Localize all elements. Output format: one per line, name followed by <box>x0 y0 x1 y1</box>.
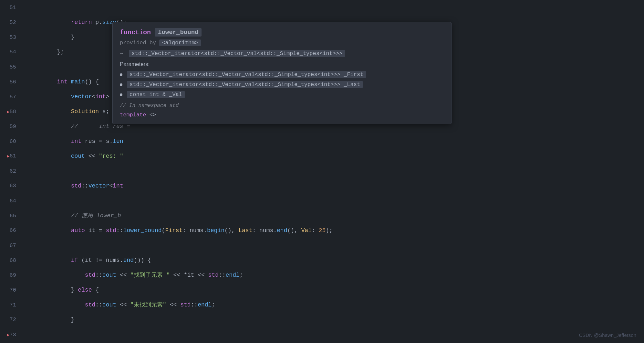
tooltip-param-2: std::_Vector_iterator<std::_Vector_val<s… <box>120 81 444 88</box>
token-std2: std <box>106 227 116 234</box>
tooltip-return-type: std::_Vector_iterator<std::_Vector_val<s… <box>129 50 345 57</box>
code-line-69: 69 } else { <box>0 268 644 283</box>
code-line-51: 51 return p.size(); <box>0 0 644 15</box>
code-line-73: ▶73 return 0; <box>0 327 644 342</box>
token-i62 <box>57 183 71 189</box>
token-colon3: : <box>312 227 319 234</box>
tooltip-template: template <> <box>120 112 444 118</box>
token-col1: :: <box>81 183 88 189</box>
tooltip-param-1: std::_Vector_iterator<std::_Vector_val<s… <box>120 71 444 78</box>
token-it: it = <box>85 227 106 234</box>
token-semi1: ); <box>326 227 333 234</box>
line-number-57: 57 <box>0 90 23 104</box>
code-line-65: 65 auto it = std::lower_bound(First: num… <box>0 208 644 223</box>
line-number-68: 68 <box>0 253 23 268</box>
line-number-70: 70 <box>0 283 23 298</box>
param-1-text: std::_Vector_iterator<std::_Vector_val<s… <box>127 71 366 78</box>
token-begin: begin <box>207 227 224 234</box>
line-number-73: ▶73 <box>0 327 23 343</box>
line-number-63: 63 <box>0 178 23 193</box>
bullet-2 <box>120 83 122 86</box>
line-number-69: 69 <box>0 268 23 283</box>
token-lt1: << <box>85 153 99 159</box>
line-number-51: 51 <box>0 0 23 15</box>
tooltip-return: → std::_Vector_iterator<std::_Vector_val… <box>120 50 444 57</box>
token-vec1: vector <box>88 183 109 189</box>
bullet-3 <box>120 93 122 96</box>
line-number-58: ▶58 <box>0 104 23 120</box>
line-number-56: 56 <box>0 75 23 90</box>
tooltip-keyword: function <box>120 29 151 36</box>
token-val-label: Val <box>301 227 312 234</box>
code-line-71: 71 } <box>0 297 644 312</box>
token-lb: lower_bound <box>123 227 162 234</box>
token-first-label: First <box>165 227 182 234</box>
line-number-60: 60 <box>0 134 23 149</box>
token-p2: (), <box>287 227 301 234</box>
token-str1: "res: " <box>99 153 123 159</box>
template-brackets: <> <box>150 112 156 118</box>
token-angle3: < <box>109 183 113 189</box>
line-number-71: 71 <box>0 298 23 313</box>
line-number-62: 62 <box>0 164 23 179</box>
token-colon2: : <box>252 227 259 234</box>
token-col2: :: <box>116 227 123 234</box>
tooltip-params-label: Parameters: <box>120 61 444 68</box>
code-line-60: 60 cout << "res: " <box>0 134 644 149</box>
gutter-marker-58: ▶ <box>7 110 10 114</box>
token-last-label: Last <box>238 227 252 234</box>
line-number-59: 59 <box>0 119 23 134</box>
tooltip-popup: function lower_bound provided by <algori… <box>112 22 452 124</box>
tooltip-header: function lower_bound <box>120 28 444 37</box>
tooltip-namespace: // In namespace std <box>120 103 444 109</box>
tooltip-provider-badge: <algorithm> <box>159 39 201 46</box>
token-cout: cout <box>71 153 85 159</box>
line-number-66: 66 <box>0 223 23 238</box>
line-number-61: ▶61 <box>0 149 23 164</box>
tooltip-param-3: const int & _Val <box>120 91 444 98</box>
provided-by-label: provided by <box>120 40 156 46</box>
token-p1: (), <box>224 227 238 234</box>
line-number-72: 72 <box>0 312 23 327</box>
line-number-65: 65 <box>0 209 23 223</box>
code-line-67: 67 if (it != nums.end()) { <box>0 238 644 253</box>
watermark: CSDN @Shawn_Jefferson <box>579 332 636 338</box>
token-nums1: nums. <box>190 227 207 234</box>
token-colon1: : <box>182 227 190 234</box>
line-number-67: 67 <box>0 238 23 253</box>
gutter-marker-73: ▶ <box>7 333 10 338</box>
token-25: 25 <box>319 227 326 234</box>
token-paren1: ( <box>162 227 165 234</box>
editor-container: 51 return p.size(); 52 } 53 }; 54 <box>0 0 644 343</box>
bullet-1 <box>120 73 122 76</box>
line-number-55: 55 <box>0 60 23 75</box>
token-brace3: } <box>57 316 74 323</box>
code-area: 51 return p.size(); 52 } 53 }; 54 <box>0 0 644 343</box>
token-int4: int <box>113 183 123 189</box>
token-nums2: nums. <box>259 227 277 234</box>
line-content-73: return 0; <box>23 327 644 343</box>
code-line-64: 64 // 使用 lower_b <box>0 193 644 208</box>
gutter-marker-61: ▶ <box>7 154 10 159</box>
token-close: }; <box>57 49 64 55</box>
token-end: end <box>277 227 287 234</box>
token-i60 <box>57 153 71 159</box>
code-line-70: 70 std::cout << "未找到元素" << std::endl; <box>0 283 644 297</box>
param-2-text: std::_Vector_iterator<std::_Vector_val<s… <box>127 81 363 88</box>
line-number-52: 52 <box>0 15 23 30</box>
tooltip-param-list: std::_Vector_iterator<std::_Vector_val<s… <box>120 71 444 98</box>
token-auto: auto <box>71 227 85 234</box>
tooltip-arrow: → <box>120 50 123 57</box>
code-line-62: 62 std::vector<int <box>0 164 644 178</box>
line-number-64: 64 <box>0 194 23 209</box>
tooltip-provided-by: provided by <algorithm> <box>120 40 444 46</box>
code-line-68: 68 std::cout << "找到了元素 " << *it << std::… <box>0 253 644 268</box>
param-3-text: const int & _Val <box>127 91 185 98</box>
line-number-54: 54 <box>0 45 23 59</box>
tooltip-name-badge: lower_bound <box>155 28 202 37</box>
token-i65 <box>57 227 71 234</box>
template-keyword: template <box>120 112 146 118</box>
line-number-53: 53 <box>0 30 23 45</box>
token-std1: std <box>71 183 81 189</box>
